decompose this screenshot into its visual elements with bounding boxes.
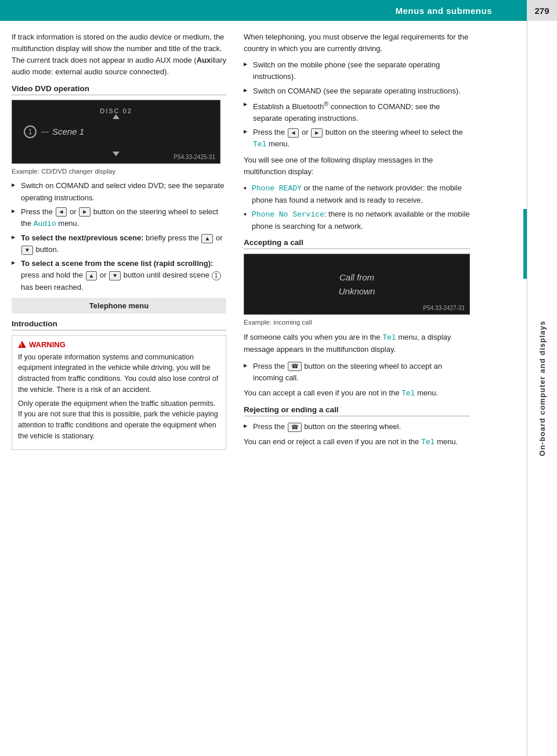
warning-para-2: Only operate the equipment when the traf… [18, 398, 220, 442]
scene-circle-num: 1 [212, 271, 221, 280]
rejecting-heading: Rejecting or ending a call [244, 405, 470, 416]
display-msg-intro: You will see one of the following displa… [244, 154, 470, 178]
dvd-display: DISC 02 1 — Scene 1 P54.33-2425-31 [12, 100, 220, 164]
dvd-caption: Example: CD/DVD changer display [12, 167, 226, 177]
intro-paragraph: If track information is stored on the au… [12, 31, 226, 78]
dot-bullet-1: Phone READY or the name of the network p… [244, 182, 470, 206]
bullet-item-1: Switch on COMAND and select video DVD; s… [12, 180, 226, 203]
dot-bullet-2: Phone No Service: there is no network av… [244, 208, 470, 232]
call-from-line: Call from [339, 272, 374, 282]
accept-call-button-icon: ☎ [288, 362, 302, 371]
reject-bullet-1: Press the ☎ button on the steering wheel… [244, 421, 470, 433]
right-bullet-1: Switch on the mobile phone (see the sepa… [244, 59, 470, 82]
warning-para-1: If you operate information systems and c… [18, 352, 220, 395]
right-steer-button-icon: ► [311, 128, 323, 138]
accepting-bullets: Press the ☎ button on the steering wheel… [244, 361, 470, 384]
tel-menu-label-3: Tel [402, 389, 415, 398]
dvd-up-arrow-icon [113, 114, 120, 119]
call-caption: Example: incoming call [244, 318, 470, 328]
rejecting-para: You can end or reject a call even if you… [244, 436, 470, 448]
introduction-heading: Introduction [12, 319, 226, 330]
bullet-item-3: To select the next/previous scene: brief… [12, 232, 226, 255]
dvd-scene-number: 1 [24, 125, 37, 138]
dvd-disc-label: DISC 02 [100, 107, 132, 114]
header-title: Menus and submenus [0, 6, 527, 16]
left-steer-button-icon: ◄ [288, 128, 299, 138]
left-column: If track information is stored on the au… [12, 31, 238, 455]
call-unknown-line: Unknown [339, 286, 375, 296]
accepting-call-heading: Accepting a call [244, 238, 470, 249]
dvd-down-arrow-icon [113, 152, 120, 156]
down-hold-button-icon: ▼ [109, 271, 121, 280]
accepting-para-2: You can accept a call even if you are no… [244, 387, 470, 399]
dvd-scene-label: Scene 1 [52, 127, 84, 136]
warning-triangle-icon [18, 341, 26, 348]
right-bullet-list: Switch on the mobile phone (see the sepa… [244, 59, 470, 150]
rejecting-bullets: Press the ☎ button on the steering wheel… [244, 421, 470, 433]
right-bullet-3: Establish a Bluetooth® connection to COM… [244, 99, 470, 125]
accept-bullet-1: Press the ☎ button on the steering wheel… [244, 361, 470, 384]
right-bullet-4: Press the ◄ or ► button on the steering … [244, 127, 470, 150]
sidebar-label: On-board computer and displays [527, 21, 557, 756]
tel-menu-label-1: Tel [253, 140, 266, 149]
tel-menu-label-2: Tel [382, 333, 396, 342]
dot-bullet-list: Phone READY or the name of the network p… [244, 182, 470, 233]
video-dvd-bullets: Switch on COMAND and select video DVD; s… [12, 180, 226, 293]
dvd-scene-row: 1 — Scene 1 [12, 125, 220, 138]
phone-no-service-label: Phone No Service [252, 210, 324, 219]
video-dvd-heading: Video DVD operation [12, 84, 226, 95]
dvd-dash: — [41, 127, 49, 136]
bullet-item-4: To select a scene from the scene list (r… [12, 258, 226, 293]
page-number: 279 [527, 0, 557, 21]
main-content: If track information is stored on the au… [0, 21, 527, 455]
warning-label: WARNING [29, 340, 66, 349]
call-ref: P54.33-2427-31 [423, 305, 465, 311]
end-call-button-icon: ☎ [288, 423, 302, 432]
warning-box: WARNING If you operate information syste… [12, 335, 226, 450]
right-intro-paragraph: When telephoning, you must observe the l… [244, 31, 470, 55]
bullet-item-2: Press the ◄ or ► button on the steering … [12, 206, 226, 230]
tel-menu-label-4: Tel [421, 438, 435, 447]
call-display: Call from Unknown P54.33-2427-31 [244, 254, 470, 315]
header-bar: Menus and submenus 279 [0, 0, 557, 21]
sidebar-label-text: On-board computer and displays [538, 321, 547, 456]
right-bullet-2: Switch on COMAND (see the separate opera… [244, 85, 470, 97]
audio-menu-label: Audio [34, 219, 56, 228]
dvd-ref: P54.33-2425-31 [173, 154, 215, 160]
telephone-menu-label: Telephone menu [12, 298, 226, 314]
warning-title: WARNING [18, 340, 220, 349]
down-button-icon: ▼ [21, 246, 33, 255]
prev-button-icon: ◄ [56, 207, 67, 217]
up-hold-button-icon: ▲ [86, 271, 97, 280]
aux-bold: Aux [197, 56, 211, 64]
accepting-para-1: If someone calls you when you are in the… [244, 332, 470, 355]
up-button-icon: ▲ [201, 234, 213, 243]
next-button-icon: ► [79, 207, 91, 217]
right-column: When telephoning, you must observe the l… [238, 31, 470, 455]
phone-ready-label: Phone READY [252, 184, 302, 193]
call-display-text: Call from Unknown [339, 271, 375, 298]
